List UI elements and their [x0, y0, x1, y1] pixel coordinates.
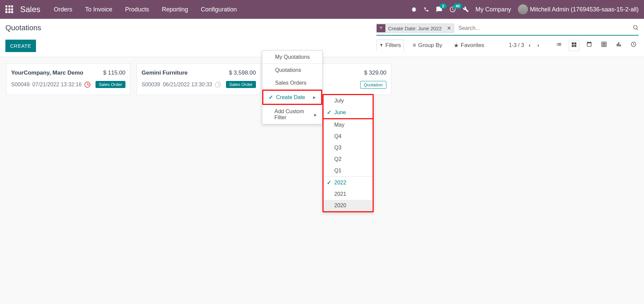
svg-rect-3 — [574, 42, 576, 44]
filter-tag: Create Date: June 2022 ✕ — [376, 24, 454, 33]
svg-rect-5 — [574, 45, 576, 47]
groupby-label: Group By — [418, 42, 442, 49]
svg-rect-13 — [620, 44, 621, 46]
clock-icon — [84, 82, 90, 88]
clock-icon — [215, 82, 221, 88]
kanban-card[interactable]: YourCompany, Marc Demo $ 115.00 S00049 0… — [6, 63, 130, 95]
hamburger-icon: ≡ — [413, 42, 416, 49]
filter-tag-close[interactable]: ✕ — [444, 24, 454, 33]
view-switcher — [554, 40, 639, 51]
card-date: 07/21/2022 13:32:16 — [32, 82, 82, 88]
chat-badge: 2 — [440, 3, 447, 9]
card-date: 06/21/2022 13:30:33 — [163, 82, 212, 88]
filter-my-quotations[interactable]: My Quotations — [262, 51, 322, 63]
chevron-right-icon: ▸ — [313, 94, 316, 100]
svg-rect-2 — [572, 42, 574, 44]
avatar — [518, 4, 528, 14]
graph-view-icon[interactable] — [614, 40, 624, 51]
filter-quotations[interactable]: Quotations — [262, 64, 322, 77]
nav-reporting[interactable]: Reporting — [162, 6, 188, 13]
create-date-submenu: July ✓ June May Q4 Q3 Q2 Q1 ✓ 2022 2021 … — [323, 94, 374, 101]
favorites-dropdown-button[interactable]: ★ Favorites — [451, 40, 487, 51]
create-button[interactable]: CREATE — [5, 40, 36, 52]
groupby-dropdown-button[interactable]: ≡ Group By — [410, 40, 445, 51]
page-title: Quotations — [5, 24, 376, 32]
filters-label: Filters — [385, 42, 401, 49]
kanban-view-icon[interactable] — [569, 40, 579, 51]
company-selector[interactable]: My Company — [476, 6, 511, 13]
kanban-card[interactable]: Gemini Furniture $ 3,598.00 S00039 06/21… — [137, 63, 261, 95]
control-row: Filters ≡ Group By ★ Favorites 1-3 / 3 ‹… — [376, 40, 639, 51]
nav-right: 2 40 My Company Mitchell Admin (17694536… — [411, 4, 639, 14]
svg-rect-12 — [618, 42, 619, 46]
star-icon: ★ — [454, 42, 459, 49]
search-icon[interactable] — [633, 25, 639, 32]
activity-view-icon[interactable] — [629, 40, 639, 51]
svg-point-0 — [634, 26, 637, 29]
status-tag: Sales Order — [96, 81, 125, 88]
phone-icon[interactable] — [424, 7, 429, 12]
list-view-icon[interactable] — [554, 40, 564, 51]
activity-badge: 40 — [453, 3, 462, 9]
search-bar: Create Date: June 2022 ✕ — [376, 24, 639, 36]
card-ref: S00039 — [142, 82, 160, 88]
filter-icon — [377, 24, 385, 32]
nav-orders[interactable]: Orders — [54, 6, 72, 13]
month-label: July — [334, 98, 344, 101]
filter-sales-orders[interactable]: Sales Orders — [262, 77, 322, 89]
top-navbar: Sales Orders To Invoice Products Reporti… — [0, 0, 644, 19]
user-name: Mitchell Admin (17694536-saas-15-2-all) — [530, 6, 639, 13]
nav-menu: Orders To Invoice Products Reporting Con… — [54, 6, 237, 13]
user-menu[interactable]: Mitchell Admin (17694536-saas-15-2-all) — [518, 4, 639, 14]
status-tag: Quotation — [360, 81, 386, 89]
status-tag: Sales Order — [226, 81, 256, 88]
filter-label: Quotations — [275, 67, 301, 73]
app-title: Sales — [20, 5, 40, 14]
favorites-label: Favorites — [461, 42, 484, 49]
svg-rect-6 — [602, 42, 606, 47]
nav-to-invoice[interactable]: To Invoice — [85, 6, 112, 13]
tools-icon[interactable] — [463, 6, 469, 12]
card-amount: $ 115.00 — [103, 70, 125, 76]
filter-label: Sales Orders — [275, 80, 306, 86]
card-amount: $ 329.00 — [364, 70, 386, 76]
nav-products[interactable]: Products — [125, 6, 149, 13]
nav-configuration[interactable]: Configuration — [201, 6, 237, 13]
activity-icon[interactable]: 40 — [449, 6, 456, 13]
svg-rect-4 — [572, 45, 574, 47]
calendar-view-icon[interactable] — [584, 40, 594, 51]
svg-line-1 — [637, 29, 638, 30]
filter-label: My Quotations — [275, 54, 310, 60]
pivot-view-icon[interactable] — [599, 40, 609, 51]
svg-rect-11 — [617, 44, 618, 46]
apps-icon[interactable] — [5, 5, 13, 13]
filter-label: Create Date — [276, 94, 305, 100]
card-ref: S00049 — [11, 82, 30, 88]
bug-icon[interactable] — [411, 6, 417, 12]
check-icon: ✓ — [269, 94, 273, 100]
filter-create-date[interactable]: ✓ Create Date ▸ — [262, 90, 322, 101]
month-july[interactable]: July — [324, 95, 373, 101]
card-customer: YourCompany, Marc Demo — [11, 70, 83, 76]
filters-dropdown-menu: My Quotations Quotations Sales Orders ✓ … — [262, 50, 323, 101]
filters-dropdown-button[interactable]: Filters — [376, 40, 404, 51]
filter-tag-text: Create Date: June 2022 — [385, 24, 444, 33]
pager: 1-3 / 3 ‹ › — [509, 40, 639, 51]
chat-icon[interactable]: 2 — [436, 6, 443, 13]
pager-next[interactable]: › — [537, 42, 539, 48]
pager-prev[interactable]: ‹ — [529, 42, 530, 48]
card-customer: Gemini Furniture — [142, 70, 188, 76]
pager-text: 1-3 / 3 — [509, 42, 524, 48]
card-amount: $ 3,598.00 — [229, 70, 256, 76]
search-input[interactable] — [458, 25, 633, 31]
